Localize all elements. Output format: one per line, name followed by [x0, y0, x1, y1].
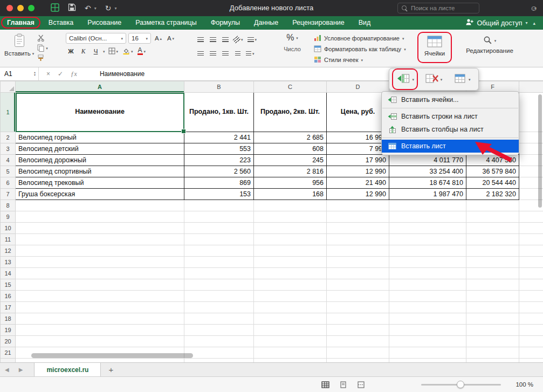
- horizontal-scrollbar[interactable]: [31, 353, 193, 358]
- cell[interactable]: [327, 211, 389, 223]
- cell[interactable]: [466, 268, 519, 279]
- format-painter-button[interactable]: [37, 54, 48, 63]
- cell[interactable]: [389, 347, 466, 359]
- cell[interactable]: [389, 302, 466, 313]
- cell[interactable]: [519, 223, 543, 234]
- cell[interactable]: [519, 347, 543, 359]
- cell[interactable]: [466, 325, 519, 336]
- page-break-view-icon[interactable]: [357, 381, 365, 390]
- cell[interactable]: [327, 279, 389, 291]
- cell[interactable]: [466, 359, 519, 363]
- cell[interactable]: [254, 257, 327, 268]
- cell[interactable]: [466, 211, 519, 223]
- sheet-tab-active[interactable]: microexcel.ru: [34, 363, 101, 376]
- cell[interactable]: [184, 302, 254, 313]
- name-box[interactable]: A1 ▴▾: [0, 67, 39, 80]
- menu-item-insert-rows[interactable]: Вставить строки на лист: [382, 110, 519, 123]
- cell[interactable]: [184, 200, 254, 211]
- copy-button[interactable]: ▾: [37, 44, 48, 53]
- cell[interactable]: [466, 291, 519, 302]
- cell[interactable]: [327, 234, 389, 245]
- cell[interactable]: [184, 268, 254, 279]
- cell-styles-button[interactable]: Стили ячеек▾: [314, 55, 409, 65]
- menu-item-insert-columns[interactable]: Вставить столбцы на лист: [382, 123, 519, 136]
- cell[interactable]: [184, 291, 254, 302]
- row-header[interactable]: 21: [1, 347, 16, 359]
- name-box-stepper[interactable]: ▴▾: [34, 71, 38, 77]
- align-center-button[interactable]: [208, 48, 218, 59]
- minimize-window-button[interactable]: [17, 5, 24, 11]
- cell[interactable]: [519, 291, 543, 302]
- align-middle-button[interactable]: [208, 34, 218, 45]
- cell[interactable]: 245: [254, 155, 327, 166]
- cell[interactable]: [519, 325, 543, 336]
- cell[interactable]: [254, 279, 327, 291]
- row-header[interactable]: 18: [1, 313, 16, 325]
- cell[interactable]: [184, 313, 254, 325]
- row-header[interactable]: 2: [1, 132, 16, 143]
- cell[interactable]: [16, 313, 184, 325]
- cell[interactable]: [184, 223, 254, 234]
- cell[interactable]: [466, 302, 519, 313]
- cell[interactable]: [389, 325, 466, 336]
- cell[interactable]: 553: [184, 143, 254, 155]
- cell[interactable]: 17 990: [327, 155, 389, 166]
- cell[interactable]: [389, 257, 466, 268]
- cell[interactable]: [254, 200, 327, 211]
- row-header[interactable]: 15: [1, 279, 16, 291]
- row-header[interactable]: 10: [1, 223, 16, 234]
- tab-insert[interactable]: Вставка: [42, 16, 80, 30]
- cell[interactable]: 2 685: [254, 132, 327, 143]
- row-header[interactable]: 19: [1, 325, 16, 336]
- cell[interactable]: [184, 336, 254, 347]
- cell[interactable]: [184, 347, 254, 359]
- cell[interactable]: [389, 279, 466, 291]
- cell[interactable]: 956: [254, 177, 327, 189]
- cell[interactable]: [16, 336, 184, 347]
- cell[interactable]: [327, 347, 389, 359]
- cell[interactable]: [389, 291, 466, 302]
- toolbar-customize-caret-icon[interactable]: ▾: [114, 6, 116, 11]
- add-sheet-icon[interactable]: +: [101, 365, 121, 374]
- cell[interactable]: Продано, 2кв. Шт.: [254, 93, 327, 132]
- font-color-button[interactable]: А ▾: [136, 46, 147, 57]
- row-header[interactable]: 16: [1, 291, 16, 302]
- insert-dropdown-button[interactable]: ▾: [394, 71, 417, 88]
- cell[interactable]: [327, 302, 389, 313]
- cell[interactable]: 2 560: [184, 166, 254, 177]
- cell[interactable]: [184, 359, 254, 363]
- cell[interactable]: [519, 336, 543, 347]
- cell[interactable]: [389, 223, 466, 234]
- cell[interactable]: [254, 234, 327, 245]
- cell[interactable]: [389, 313, 466, 325]
- row-header[interactable]: 9: [1, 211, 16, 223]
- bold-button[interactable]: Ж: [66, 46, 76, 57]
- redo-icon[interactable]: ↻: [105, 4, 112, 12]
- orientation-button[interactable]: ▾: [232, 34, 244, 45]
- cell[interactable]: [254, 302, 327, 313]
- cell[interactable]: Велосипед дорожный: [16, 155, 184, 166]
- row-header[interactable]: 12: [1, 245, 16, 257]
- vertical-scrollbar[interactable]: [538, 94, 542, 208]
- cell[interactable]: 869: [184, 177, 254, 189]
- cell[interactable]: [327, 245, 389, 257]
- merge-center-button[interactable]: ▾: [245, 48, 256, 59]
- cell[interactable]: [389, 359, 466, 363]
- cell[interactable]: [254, 291, 327, 302]
- font-name-select[interactable]: Calibri (Осн...▾: [66, 33, 126, 44]
- cell[interactable]: [519, 234, 543, 245]
- cell[interactable]: 4 011 770: [389, 155, 466, 166]
- cell[interactable]: [519, 211, 543, 223]
- cell[interactable]: [327, 325, 389, 336]
- close-window-button[interactable]: [6, 5, 13, 11]
- cell[interactable]: [327, 200, 389, 211]
- align-left-button[interactable]: [195, 48, 205, 59]
- cell[interactable]: [16, 268, 184, 279]
- cell[interactable]: [327, 291, 389, 302]
- cell[interactable]: [16, 234, 184, 245]
- cell[interactable]: [184, 234, 254, 245]
- column-header-a[interactable]: A: [16, 81, 184, 93]
- cell[interactable]: [389, 211, 466, 223]
- cell[interactable]: [254, 325, 327, 336]
- format-dropdown-button[interactable]: ▾: [451, 71, 473, 88]
